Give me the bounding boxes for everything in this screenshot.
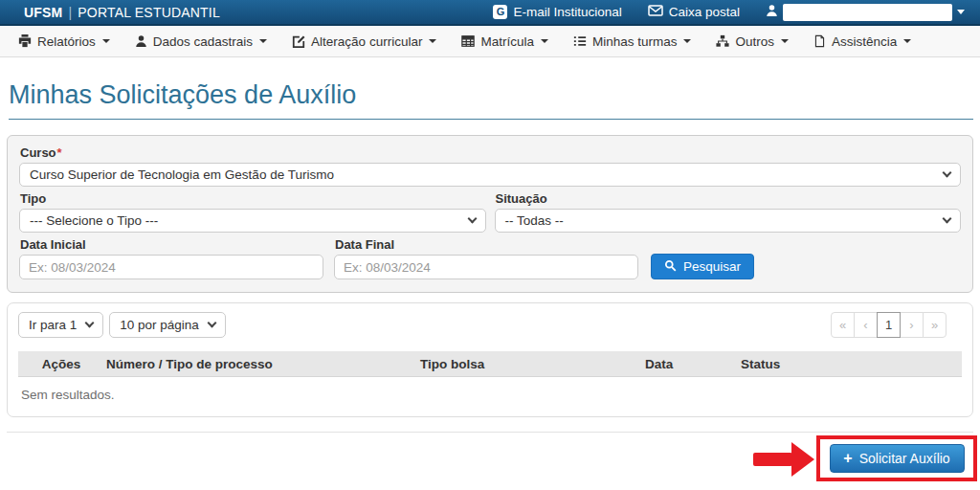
chevron-down-icon xyxy=(259,39,267,43)
annotation-arrow xyxy=(753,442,814,477)
envelope-icon xyxy=(648,4,663,20)
menu-matricula[interactable]: Matrícula xyxy=(449,26,561,56)
search-icon xyxy=(664,259,677,275)
pagination: « ‹ 1 › » xyxy=(831,312,947,338)
caixa-postal-label: Caixa postal xyxy=(669,5,740,19)
topbar-right: G E-mail Institucional Caixa postal xyxy=(493,4,965,21)
menu-dados-cadastrais-label: Dados cadastrais xyxy=(153,34,253,49)
top-navbar: UFSM|PORTAL ESTUDANTIL G E-mail Instituc… xyxy=(0,0,980,26)
chevron-down-icon xyxy=(467,214,477,224)
email-institucional-link[interactable]: G E-mail Institucional xyxy=(493,5,621,19)
person-icon xyxy=(766,4,778,20)
pagination-first-button[interactable]: « xyxy=(831,312,855,338)
menu-minhas-turmas-label: Minhas turmas xyxy=(592,34,678,49)
pagination-prev-button[interactable]: ‹ xyxy=(854,312,878,338)
chevron-down-icon xyxy=(102,39,110,43)
chevron-down-icon xyxy=(957,10,965,14)
situacao-label: Situação xyxy=(496,191,962,206)
menu-minhas-turmas[interactable]: Minhas turmas xyxy=(561,26,704,56)
brand-portal: PORTAL ESTUDANTIL xyxy=(78,5,220,20)
list-icon xyxy=(573,34,587,48)
plus-icon: + xyxy=(843,451,852,466)
brand-separator: | xyxy=(68,5,72,20)
per-page-value: 10 por página xyxy=(120,318,199,332)
printer-icon xyxy=(18,34,32,48)
search-button-label: Pesquisar xyxy=(683,259,741,274)
main-content: Minhas Solicitações de Auxílio Curso* Cu… xyxy=(0,80,980,490)
required-asterisk: * xyxy=(57,145,62,160)
search-button[interactable]: Pesquisar xyxy=(651,254,754,279)
empty-results-message: Sem resultados. xyxy=(21,388,962,402)
col-status: Status xyxy=(739,357,962,371)
menu-alteracao-curricular-label: Alteração curricular xyxy=(311,34,422,49)
main-menubar: Relatórios Dados cadastrais Alteração cu… xyxy=(0,26,980,57)
chevron-down-icon xyxy=(781,39,789,43)
pagination-last-button[interactable]: » xyxy=(923,312,947,338)
email-institucional-label: E-mail Institucional xyxy=(513,5,621,19)
menu-matricula-label: Matrícula xyxy=(480,34,534,49)
page-title: Minhas Solicitações de Auxílio xyxy=(9,80,973,120)
chevron-down-icon xyxy=(903,39,911,43)
annotation-arrow-shaft xyxy=(753,453,792,466)
caixa-postal-link[interactable]: Caixa postal xyxy=(648,4,740,20)
curso-select-value: Curso Superior de Tecnologia em Gestão d… xyxy=(30,167,334,182)
pagination-page-1-button[interactable]: 1 xyxy=(877,312,901,338)
curso-label-text: Curso xyxy=(20,145,56,160)
situacao-select[interactable]: -- Todas -- xyxy=(495,209,962,233)
menu-assistencia[interactable]: Assistência xyxy=(801,26,924,56)
table-icon xyxy=(461,34,475,48)
brand-ufsm: UFSM xyxy=(24,5,62,20)
results-panel: Ir para 1 10 por página « ‹ 1 › » Ações … xyxy=(7,302,973,417)
user-name-input[interactable] xyxy=(783,4,952,21)
menu-dados-cadastrais[interactable]: Dados cadastrais xyxy=(122,26,279,56)
file-icon xyxy=(813,34,826,48)
solicitar-auxilio-button[interactable]: + Solicitar Auxílio xyxy=(830,444,965,473)
results-table-header: Ações Número / Tipo de processo Tipo bol… xyxy=(18,351,962,377)
tipo-select[interactable]: --- Selecione o Tipo --- xyxy=(19,209,486,233)
goto-page-value: Ir para 1 xyxy=(29,318,77,332)
menu-relatorios[interactable]: Relatórios xyxy=(6,26,122,56)
annotation-highlight-box: + Solicitar Auxílio xyxy=(816,435,977,481)
pagination-next-button[interactable]: › xyxy=(900,312,924,338)
google-icon: G xyxy=(493,5,507,19)
menu-alteracao-curricular[interactable]: Alteração curricular xyxy=(279,26,449,56)
chevron-down-icon xyxy=(429,39,436,43)
col-tipo-bolsa: Tipo bolsa xyxy=(418,357,643,371)
menu-assistencia-label: Assistência xyxy=(832,34,897,49)
menu-relatorios-label: Relatórios xyxy=(37,34,96,49)
tipo-select-value: --- Selecione o Tipo --- xyxy=(30,213,158,228)
menu-outros-label: Outros xyxy=(735,34,774,49)
user-menu[interactable] xyxy=(766,4,965,21)
goto-page-select[interactable]: Ir para 1 xyxy=(18,312,103,338)
curso-label: Curso* xyxy=(20,145,961,160)
chevron-down-icon xyxy=(207,319,216,328)
chevron-down-icon xyxy=(943,168,952,178)
data-inicial-label: Data Inicial xyxy=(20,237,323,252)
annotation-arrow-head xyxy=(791,442,814,477)
curso-select[interactable]: Curso Superior de Tecnologia em Gestão d… xyxy=(19,163,961,187)
chevron-down-icon xyxy=(85,319,95,328)
col-numero-tipo-processo: Número / Tipo de processo xyxy=(104,357,418,371)
solicitar-auxilio-label: Solicitar Auxílio xyxy=(859,451,950,466)
chevron-down-icon xyxy=(683,39,691,43)
tipo-label: Tipo xyxy=(20,191,486,206)
data-final-label: Data Final xyxy=(335,237,638,252)
data-inicial-input[interactable] xyxy=(19,255,323,279)
col-data: Data xyxy=(643,357,739,371)
sitemap-icon xyxy=(716,34,729,48)
brand: UFSM|PORTAL ESTUDANTIL xyxy=(24,5,220,20)
per-page-select[interactable]: 10 por página xyxy=(109,312,226,338)
col-acoes: Ações xyxy=(18,357,104,371)
chevron-down-icon xyxy=(943,214,952,224)
menu-outros[interactable]: Outros xyxy=(703,26,801,56)
annotation-area: + Solicitar Auxílio xyxy=(7,433,973,490)
filter-panel: Curso* Curso Superior de Tecnologia em G… xyxy=(7,135,973,293)
edit-icon xyxy=(292,34,305,48)
data-final-input[interactable] xyxy=(334,255,638,279)
user-icon xyxy=(135,34,147,48)
chevron-down-icon xyxy=(541,39,548,43)
situacao-select-value: -- Todas -- xyxy=(505,213,564,228)
